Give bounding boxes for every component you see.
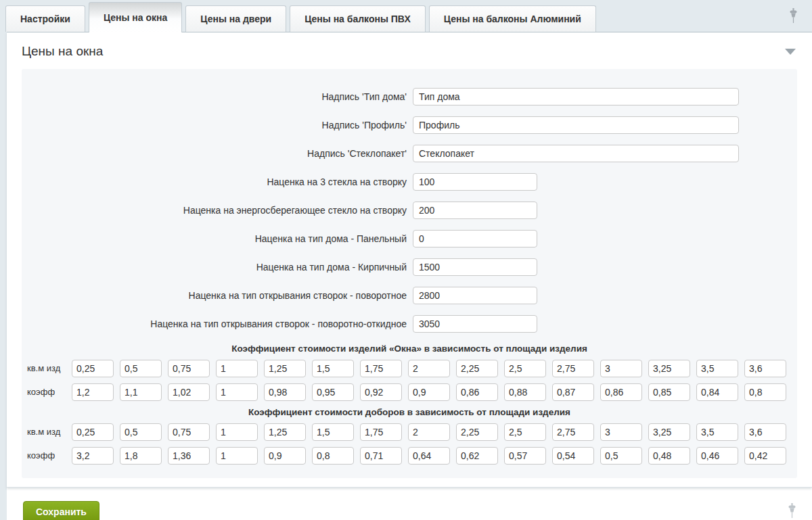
card-header: Цены на окна: [7, 32, 812, 69]
extensions-coeff-row: коэфф: [22, 447, 797, 465]
grid-cell-input[interactable]: [216, 447, 258, 465]
sqm-row-label: кв.м изд: [27, 363, 72, 374]
grid-cell-input[interactable]: [408, 360, 450, 377]
grid-cell-input[interactable]: [696, 360, 738, 377]
pin-icon[interactable]: [788, 8, 798, 26]
windows-coeff-cells: [72, 383, 786, 401]
grid-cell-input[interactable]: [360, 383, 402, 401]
tab-window-prices[interactable]: Цены на окна: [89, 2, 182, 32]
windows-coefficient-section-title: Коэффициент стоимости изделий «Окна» в з…: [22, 344, 797, 354]
profile-caption-input[interactable]: [413, 116, 739, 134]
tab-bar: Настройки Цены на окна Цены на двери Цен…: [0, 0, 812, 32]
field-label: Надпись 'Тип дома': [22, 91, 413, 102]
grid-cell-input[interactable]: [168, 383, 210, 401]
settings-panel: Надпись 'Тип дома' Надпись 'Профиль' Над…: [22, 69, 797, 478]
extensions-sqm-row: кв.м изд: [22, 423, 797, 441]
grid-cell-input[interactable]: [648, 423, 690, 441]
grid-cell-input[interactable]: [312, 360, 354, 377]
pin-icon[interactable]: [787, 503, 797, 520]
grid-cell-input[interactable]: [168, 423, 210, 441]
grid-cell-input[interactable]: [72, 447, 114, 465]
grid-cell-input[interactable]: [696, 447, 738, 465]
grid-cell-input[interactable]: [456, 360, 498, 377]
markup-tilt-turn-opening-input[interactable]: [413, 315, 537, 333]
grid-cell-input[interactable]: [216, 383, 258, 401]
grid-cell-input[interactable]: [264, 447, 306, 465]
grid-cell-input[interactable]: [552, 447, 594, 465]
grid-cell-input[interactable]: [72, 423, 114, 441]
grid-cell-input[interactable]: [504, 423, 546, 441]
field-label: Наценка на тип открывания створок - пово…: [22, 318, 413, 329]
grid-cell-input[interactable]: [744, 360, 786, 377]
grid-cell-input[interactable]: [312, 423, 354, 441]
field-label: Наценка на тип дома - Кирпичный: [22, 262, 413, 273]
grid-cell-input[interactable]: [456, 423, 498, 441]
grid-cell-input[interactable]: [552, 423, 594, 441]
grid-cell-input[interactable]: [552, 360, 594, 377]
grid-cell-input[interactable]: [600, 447, 642, 465]
tab-door-prices[interactable]: Цены на двери: [185, 5, 286, 32]
collapse-arrow-icon[interactable]: [785, 49, 796, 55]
grid-cell-input[interactable]: [696, 383, 738, 401]
grid-cell-input[interactable]: [360, 423, 402, 441]
tab-balcony-aluminum-prices[interactable]: Цены на балконы Алюминий: [429, 5, 596, 32]
grid-cell-input[interactable]: [600, 423, 642, 441]
grid-cell-input[interactable]: [120, 447, 162, 465]
grid-cell-input[interactable]: [456, 447, 498, 465]
grid-cell-input[interactable]: [648, 360, 690, 377]
field-label: Надпись 'Стеклопакет': [22, 148, 413, 159]
grid-cell-input[interactable]: [408, 447, 450, 465]
grid-cell-input[interactable]: [696, 423, 738, 441]
grid-cell-input[interactable]: [216, 360, 258, 377]
save-button[interactable]: Сохранить: [23, 501, 99, 520]
markup-panel-house-input[interactable]: [413, 230, 537, 247]
grid-cell-input[interactable]: [120, 360, 162, 377]
grid-cell-input[interactable]: [264, 383, 306, 401]
grid-cell-input[interactable]: [168, 360, 210, 377]
grid-cell-input[interactable]: [648, 383, 690, 401]
tab-settings[interactable]: Настройки: [5, 5, 85, 32]
extensions-coefficient-section-title: Коэффициент стоимости доборов в зависимо…: [22, 407, 797, 417]
form-row: Наценка на тип дома - Кирпичный: [22, 258, 797, 276]
grid-cell-input[interactable]: [312, 447, 354, 465]
house-type-caption-input[interactable]: [413, 88, 739, 105]
grid-cell-input[interactable]: [360, 447, 402, 465]
grid-cell-input[interactable]: [120, 383, 162, 401]
tab-balcony-pvc-prices[interactable]: Цены на балконы ПВХ: [290, 5, 426, 32]
grid-cell-input[interactable]: [504, 383, 546, 401]
grid-cell-input[interactable]: [744, 423, 786, 441]
windows-sqm-row: кв.м изд: [22, 360, 797, 377]
footer-bar: Сохранить: [7, 488, 812, 520]
field-label: Наценка на 3 стекла на створку: [22, 176, 413, 187]
grid-cell-input[interactable]: [120, 423, 162, 441]
grid-cell-input[interactable]: [600, 360, 642, 377]
field-label: Наценка на энергосберегающее стекло на с…: [22, 205, 413, 216]
grid-cell-input[interactable]: [72, 383, 114, 401]
markup-turn-opening-input[interactable]: [413, 287, 537, 304]
form-row: Наценка на тип дома - Панельный: [22, 230, 797, 247]
grid-cell-input[interactable]: [264, 423, 306, 441]
grid-cell-input[interactable]: [312, 383, 354, 401]
grid-cell-input[interactable]: [744, 383, 786, 401]
grid-cell-input[interactable]: [264, 360, 306, 377]
grid-cell-input[interactable]: [744, 447, 786, 465]
grid-cell-input[interactable]: [408, 383, 450, 401]
grid-cell-input[interactable]: [504, 360, 546, 377]
grid-cell-input[interactable]: [504, 447, 546, 465]
markup-brick-house-input[interactable]: [413, 258, 537, 276]
windows-coeff-row: коэфф: [22, 383, 797, 401]
grid-cell-input[interactable]: [648, 447, 690, 465]
windows-sqm-cells: [72, 360, 786, 377]
grid-cell-input[interactable]: [168, 447, 210, 465]
grid-cell-input[interactable]: [360, 360, 402, 377]
grid-cell-input[interactable]: [216, 423, 258, 441]
grid-cell-input[interactable]: [408, 423, 450, 441]
glazing-caption-input[interactable]: [413, 145, 739, 162]
markup-3-glass-input[interactable]: [413, 173, 537, 191]
markup-energy-glass-input[interactable]: [413, 202, 537, 219]
grid-cell-input[interactable]: [552, 383, 594, 401]
grid-cell-input[interactable]: [600, 383, 642, 401]
grid-cell-input[interactable]: [72, 360, 114, 377]
grid-cell-input[interactable]: [456, 383, 498, 401]
form-row: Надпись 'Стеклопакет': [22, 145, 797, 162]
